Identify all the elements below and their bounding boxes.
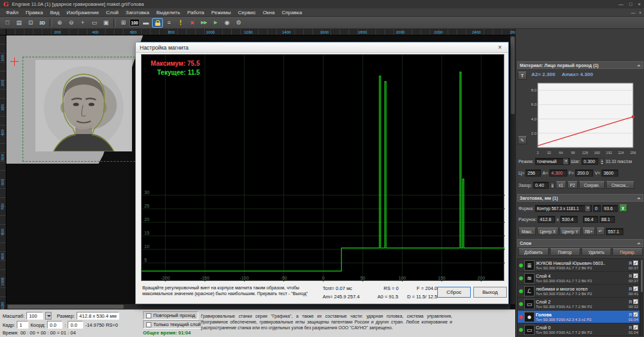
delete-layer-button[interactable]: Удалить xyxy=(582,248,612,256)
print-icon[interactable]: ⊡ xyxy=(25,18,36,28)
portrait-photo[interactable] xyxy=(35,60,132,151)
apply-icon[interactable]: ↵ xyxy=(596,227,605,235)
shape-x-button[interactable]: X xyxy=(619,204,627,212)
p2-button[interactable]: P2 xyxy=(567,181,578,189)
pan-icon[interactable]: + xyxy=(77,18,88,28)
menu-Выделить[interactable]: Выделить xyxy=(153,9,184,16)
layer-row-0[interactable]: ≣ЖУКОВ Николай Юрьевич 0603..Я✓Точ S0.30… xyxy=(518,259,639,272)
center-x-button[interactable]: Центр X xyxy=(537,227,558,235)
coord-x-value[interactable]: 0.0 xyxy=(47,321,62,329)
edit-curve-button[interactable]: ✎ xyxy=(518,136,527,144)
menu-Окна[interactable]: Окна xyxy=(260,9,278,16)
material-list-button[interactable]: Список... xyxy=(606,181,634,189)
shape-angle-input[interactable]: 0 xyxy=(593,205,601,212)
zoom-out-icon[interactable]: ⊖ xyxy=(66,18,77,28)
layer-row-2[interactable]: ℒлюбимая и многое хотелЯ✓Точ S0.300 F300… xyxy=(518,285,639,298)
dropdown-icon[interactable] xyxy=(563,159,568,164)
layers-panel-header[interactable]: Слои xyxy=(517,239,643,247)
offset-y-input[interactable]: 88.1 xyxy=(600,216,615,223)
add-layer-button[interactable]: Добавить xyxy=(518,248,549,256)
dropdown-icon[interactable] xyxy=(585,206,590,211)
material-curve-chart[interactable]: 2.04.06.08.02326496128160192224256 xyxy=(522,81,637,155)
material-panel-header[interactable]: Материал: Лицо первый проход (1) xyxy=(517,61,643,69)
layer-visibility-toggle[interactable]: Я✓ xyxy=(629,312,638,317)
child-minimize-button[interactable]: — xyxy=(631,10,636,15)
layer-visibility-toggle[interactable]: Я✓ xyxy=(629,260,638,265)
scrollbar-thumb[interactable] xyxy=(8,305,124,309)
layer-row-5[interactable]: ▭Слой 0Я✓Точ S0.300 F300 A1.7 7.2 ВК Р20… xyxy=(518,323,639,336)
lv-plus-button[interactable]: ЛВ+ xyxy=(582,227,595,235)
view-3d-button[interactable]: 3D xyxy=(37,18,48,28)
dialog-close-icon[interactable]: × xyxy=(495,44,504,51)
menu-Справка[interactable]: Справка xyxy=(278,9,305,16)
new-file-icon[interactable]: □ xyxy=(2,18,13,28)
collapse-icon[interactable] xyxy=(637,240,641,244)
menu-Слой[interactable]: Слой xyxy=(103,9,122,16)
f-input[interactable]: 200.0 xyxy=(575,169,593,177)
x1-button[interactable]: x1 xyxy=(556,181,566,189)
levels-icon[interactable]: ≡ xyxy=(164,18,175,28)
max-button[interactable]: Макс. xyxy=(518,227,536,235)
frame-value[interactable]: 1 xyxy=(17,321,28,329)
shape-select[interactable]: Контур 567.3 x 1181.1 xyxy=(535,205,592,212)
layer-checkbox[interactable]: ✓ xyxy=(633,312,638,317)
scale-select[interactable]: 100 xyxy=(26,312,43,320)
current-layer-only-checkbox[interactable]: Только текущий слой xyxy=(143,320,204,329)
layer-row-3[interactable]: ▭Слой 2Я✓Точ S0.300 F300 A1.7 7.2 ВК Р20… xyxy=(518,298,639,311)
run-button[interactable]: ▶ xyxy=(210,18,221,28)
menu-Заготовка[interactable]: Заготовка xyxy=(122,9,153,16)
scale-100-button[interactable]: 100 xyxy=(129,19,140,26)
collapse-icon[interactable] xyxy=(637,195,641,199)
settings-icon[interactable]: ⚙ xyxy=(233,18,244,28)
menu-Файл[interactable]: Файл xyxy=(3,9,22,16)
scale-dropdown-icon[interactable] xyxy=(45,312,52,320)
center-y-button[interactable]: Центр Y xyxy=(560,227,581,235)
mode-select[interactable]: точечный xyxy=(535,158,570,165)
value-557-input[interactable]: 557.1 xyxy=(606,228,623,235)
layer-visibility-toggle[interactable]: Я✓ xyxy=(629,286,638,291)
layer-checkbox[interactable]: ✓ xyxy=(633,273,638,278)
menu-Правка[interactable]: Правка xyxy=(23,9,46,16)
workpiece-panel-header[interactable]: Заготовка, мм (1) xyxy=(517,194,643,202)
offset-x-input[interactable]: 66.4 xyxy=(583,216,598,223)
layer-visibility-toggle[interactable]: Я✓ xyxy=(629,325,638,330)
close-button[interactable]: × xyxy=(638,1,641,7)
c-input[interactable]: 256 xyxy=(526,169,541,177)
child-close-button[interactable]: × xyxy=(639,10,641,15)
repeat-pass-checkbox[interactable]: Повторный проход xyxy=(143,311,198,320)
run-all-button[interactable]: ▶▶ xyxy=(198,18,209,28)
scrollbar-thumb[interactable] xyxy=(511,37,515,114)
zoom-in-icon[interactable]: ⊕ xyxy=(54,18,65,28)
reset-button[interactable]: Сброс xyxy=(437,287,471,298)
minimize-button[interactable]: — xyxy=(619,1,624,7)
step-input[interactable]: 0.300 xyxy=(582,158,598,165)
warning-button[interactable]: ! xyxy=(175,18,186,28)
exit-button[interactable]: Выход xyxy=(473,287,507,298)
menu-Сервис[interactable]: Сервис xyxy=(234,9,258,16)
save-icon[interactable]: ▤ xyxy=(14,18,24,28)
a-input[interactable]: 4.300 xyxy=(549,169,567,177)
picture-width-input[interactable]: 412.8 xyxy=(538,216,555,223)
shape-height-input[interactable]: 93.6 xyxy=(602,205,618,212)
canvas-vertical-scrollbar[interactable] xyxy=(510,35,515,304)
menu-Изображение[interactable]: Изображение xyxy=(63,9,102,16)
dialog-title-bar[interactable]: Настройка магнита × xyxy=(136,43,508,53)
layer-row-4[interactable]: ☻ГоловаЯ✓Точ S0.300 F200 A2.3 4.3 x1 P20… xyxy=(518,311,639,323)
zoom-area-icon[interactable]: ▭ xyxy=(89,18,100,28)
layer-checkbox[interactable]: ✓ xyxy=(633,286,638,291)
picture-height-input[interactable]: 530.4 xyxy=(560,216,578,223)
v-input[interactable]: 3600 xyxy=(601,169,618,177)
gap-input[interactable]: 0.40 xyxy=(533,182,549,189)
stop-button[interactable]: × xyxy=(187,18,198,28)
layer-checkbox[interactable]: ✓ xyxy=(633,299,638,304)
layer-checkbox[interactable]: ✓ xyxy=(633,260,638,265)
maximize-button[interactable]: □ xyxy=(629,1,632,7)
fit-page-icon[interactable]: ▣ xyxy=(100,18,111,28)
gap-spinner[interactable] xyxy=(550,182,554,189)
layer-list-scrollbar[interactable] xyxy=(640,258,643,336)
layer-row-1[interactable]: ≋Слой 4Я✓Точ S0.300 F300 A1.7 7.2 ВК Р20… xyxy=(518,272,639,285)
menu-Вид[interactable]: Вид xyxy=(47,9,62,16)
menu-Режимы[interactable]: Режимы xyxy=(208,9,234,16)
repeat-layer-button[interactable]: Повтор xyxy=(550,248,580,256)
checkbox-box[interactable] xyxy=(146,322,151,327)
